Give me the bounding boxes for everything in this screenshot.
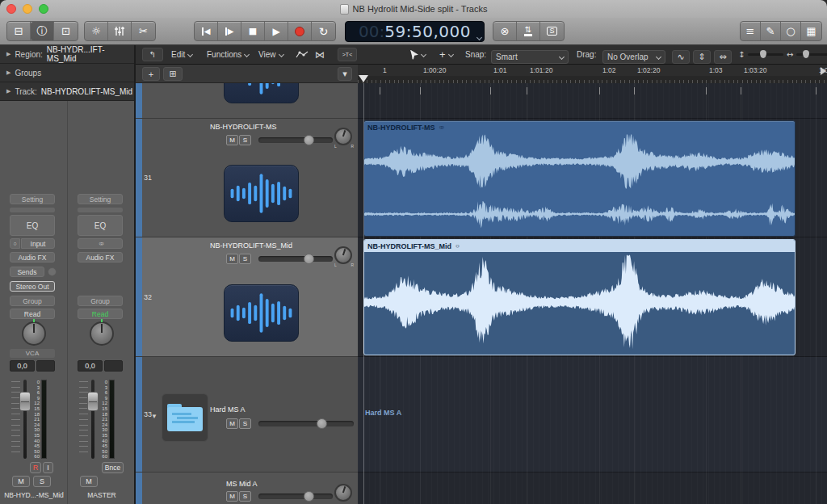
forward-button[interactable]: ▶ (218, 22, 241, 40)
group-button[interactable]: Group (78, 296, 123, 306)
editors-button[interactable]: ✂ (132, 22, 155, 40)
track-inspector-header[interactable]: ▶ Track: NB-HYDROLIFT-MS_Mid (0, 82, 134, 101)
horizontal-zoom-thumb[interactable] (803, 50, 809, 58)
fader-thumb[interactable] (87, 392, 99, 411)
input-monitor-button[interactable]: I (43, 462, 53, 473)
snap-dropdown[interactable]: Smart (491, 50, 569, 64)
vca-label[interactable]: VCA (10, 349, 55, 358)
horizontal-zoom-track[interactable] (796, 53, 827, 56)
track-name[interactable]: Hard MS A (210, 405, 246, 414)
bounce-button[interactable]: Bnce (102, 462, 124, 473)
track-pan-knob[interactable]: L R (334, 246, 354, 266)
groups-inspector-header[interactable]: ▶ Groups (0, 64, 134, 82)
track-solo-button[interactable]: S (239, 135, 251, 145)
lcd-display[interactable]: 00:59:50,000 (345, 21, 485, 42)
track-mute-button[interactable]: M (226, 418, 238, 429)
pan-knob-dial[interactable] (334, 484, 352, 502)
track-header-31[interactable]: 31 NB-HYDROLIFT-MS M S L R (136, 119, 358, 237)
playhead-marker[interactable] (359, 75, 368, 82)
vertical-zoom-thumb[interactable] (760, 50, 766, 58)
autopunch-button[interactable]: ⇅ (517, 22, 540, 40)
inspector-toggle-button[interactable]: ⓘ (31, 22, 54, 40)
track-solo-button[interactable]: S (239, 491, 251, 502)
track-header-30-partial[interactable] (136, 83, 358, 119)
record-button[interactable] (288, 22, 312, 40)
duplicate-track-button[interactable]: ⊞ (163, 67, 183, 81)
browsers-button[interactable]: ▦ (801, 22, 821, 40)
setting-button[interactable]: Setting (10, 194, 55, 204)
automation-button[interactable] (296, 45, 309, 64)
go-to-beginning-button[interactable]: ◀ (195, 22, 218, 40)
play-button[interactable]: ▶ (265, 22, 288, 40)
toolbar-toggle-button[interactable]: ⊡ (54, 22, 78, 40)
note-pads-button[interactable]: ✎ (761, 22, 781, 40)
volume-slider-thumb[interactable] (304, 135, 314, 145)
stop-button[interactable]: ■ (241, 22, 265, 40)
track-header-32-selected[interactable]: 32 NB-HYDROLIFT-MS_Mid M S L R (136, 237, 358, 357)
waveform-zoom-button[interactable]: ∿ (672, 50, 690, 64)
edit-menu[interactable]: Edit (171, 45, 192, 64)
replace-mode-button[interactable]: ⊗ (493, 22, 517, 40)
track-lane-30[interactable] (358, 83, 827, 119)
track-icon[interactable] (224, 165, 299, 222)
input-format-button[interactable]: ○ (10, 238, 20, 249)
track-volume-slider[interactable] (258, 421, 354, 426)
preset-slot[interactable] (78, 208, 123, 212)
pan-value[interactable] (36, 360, 55, 372)
group-button[interactable]: Group (10, 296, 55, 306)
region-nb-hydrolift-ms[interactable]: NB-HYDROLIFT-MS ○○ (363, 120, 796, 237)
functions-menu[interactable]: Functions (207, 45, 249, 64)
volume-value[interactable]: 0,0 (78, 360, 103, 372)
left-click-tool-menu[interactable] (410, 45, 426, 64)
track-lane-33-folder[interactable]: Hard MS A (358, 357, 827, 472)
vertical-auto-zoom-button[interactable]: ⇕ (693, 50, 711, 64)
track-volume-slider[interactable] (258, 137, 333, 143)
library-toggle-button[interactable]: ⊟ (7, 22, 31, 40)
scroll-right-arrow[interactable] (821, 67, 826, 75)
volume-slider-thumb[interactable] (304, 254, 314, 264)
track-header-ms-mid-partial[interactable]: MS Mid A M S (136, 472, 358, 504)
track-icon[interactable] (224, 284, 299, 342)
flex-button[interactable]: ⋈ (315, 45, 325, 64)
track-lane-ms-mid[interactable] (358, 472, 827, 504)
mixer-button[interactable] (108, 22, 132, 40)
mute-button[interactable]: M (80, 476, 98, 487)
track-header-config-button[interactable]: ▾ (338, 67, 352, 81)
pan-knob[interactable] (90, 321, 114, 346)
output-button[interactable]: Stereo Out (10, 281, 55, 292)
track-volume-slider[interactable] (258, 494, 333, 499)
input-button[interactable]: Input (21, 238, 55, 249)
catch-playhead-button[interactable]: >T< (338, 48, 357, 61)
track-mute-button[interactable]: M (226, 254, 238, 264)
eq-display-button[interactable]: EQ (78, 215, 123, 236)
horizontal-zoom-slider[interactable]: ↔ (787, 45, 827, 64)
folder-region-label[interactable]: Hard MS A (365, 409, 401, 417)
track-icon[interactable] (224, 83, 299, 103)
cycle-button[interactable]: ↻ (312, 22, 335, 40)
solo-button[interactable]: S (33, 476, 51, 487)
track-mute-button[interactable]: M (226, 491, 238, 502)
track-pan-knob[interactable] (334, 484, 354, 503)
record-arm-button[interactable]: R (30, 462, 41, 473)
add-track-button[interactable]: + (142, 67, 160, 81)
hierarchy-back-button[interactable]: ↰ (142, 48, 163, 61)
track-name[interactable]: MS Mid A (226, 480, 258, 488)
view-menu[interactable]: View (258, 45, 283, 64)
apple-loops-button[interactable]: ○ (781, 22, 801, 40)
pan-knob-dial[interactable] (334, 246, 352, 264)
fader-thumb[interactable] (19, 392, 31, 411)
automation-mode-button[interactable]: Read (78, 309, 123, 319)
preset-slot[interactable] (10, 208, 55, 212)
volume-slider-thumb[interactable] (317, 418, 327, 429)
track-solo-button[interactable]: S (239, 254, 251, 264)
region-nb-hydrolift-ms-mid-selected[interactable]: NB-HYDROLIFT-MS_Mid ○ (363, 239, 796, 355)
track-mute-button[interactable]: M (226, 135, 238, 145)
track-name[interactable]: NB-HYDROLIFT-MS_Mid (210, 242, 292, 250)
stereo-format-button[interactable]: ○○ (78, 238, 123, 249)
region-inspector-header[interactable]: ▶ Region: NB-HYDR...IFT-MS_Mid (0, 45, 134, 64)
audio-fx-button[interactable]: Audio FX (10, 252, 55, 262)
drag-dropdown[interactable]: No Overlap (602, 50, 665, 64)
track-pan-knob[interactable]: L R (334, 128, 354, 147)
folder-disclosure-triangle[interactable]: ▼ (151, 413, 157, 420)
horizontal-auto-zoom-button[interactable]: ⇔ (714, 50, 732, 64)
